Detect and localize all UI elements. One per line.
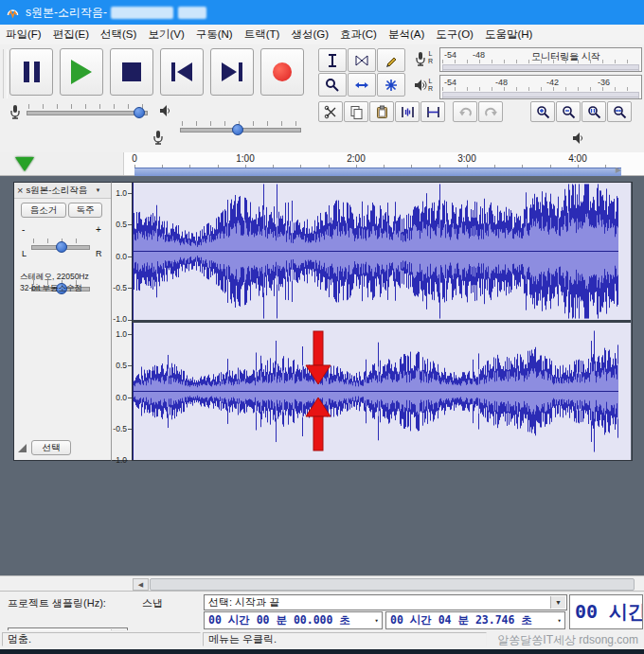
record-icon [273,62,292,81]
track-name[interactable]: s원본-소리작음 [26,185,94,197]
ibeam-icon [325,53,340,68]
redo-icon [484,105,498,119]
paste-button[interactable] [369,101,394,122]
menu-select[interactable]: 선택(S) [95,27,142,42]
track-close-icon[interactable]: × [17,185,23,196]
playback-meter-channel-labels: L R [428,78,433,93]
menu-analyze[interactable]: 분석(A) [383,27,430,42]
menu-transport[interactable]: 구동(N) [190,27,239,42]
silence-audio-button[interactable] [420,101,445,122]
menu-bar: 파일(F) 편집(E) 선택(S) 보기(V) 구동(N) 트랙(T) 생성(G… [0,25,644,45]
menu-help[interactable]: 도움말(H) [479,27,538,42]
track-menu-icon[interactable]: ▼ [95,187,100,193]
title-bar[interactable]: s원본-소리작음- [0,0,644,25]
waveform-channel-right[interactable] [133,323,631,460]
zoom-in-button[interactable] [530,101,555,122]
envelope-tool-button[interactable] [348,48,376,72]
copy-button[interactable] [344,101,368,122]
playback-meter-speaker-icon [414,79,427,92]
menu-file[interactable]: 파일(F) [0,27,47,42]
input-volume-slider[interactable] [25,102,150,119]
status-hint-text: 메뉴는 우클릭. [203,632,487,646]
track-collapse-icon[interactable] [18,444,27,452]
audio-position-time[interactable]: 00 시간 [569,594,643,629]
zoom-out-button[interactable] [556,101,581,122]
bottom-strip [0,649,644,654]
timeline-ruler[interactable]: 0 1:00 2:00 3:00 4:00 ▶ [123,152,644,175]
pan-left-label: L [22,249,27,258]
trim-audio-button[interactable] [395,101,420,122]
mixer-speaker-icon [159,104,172,117]
solo-button[interactable]: 독주 [68,203,102,218]
gain-slider[interactable] [29,237,92,254]
redo-button[interactable] [478,101,503,122]
stop-button[interactable] [110,48,153,96]
meter-bar-right [442,69,639,72]
gain-min-label: - [22,224,25,235]
time-format-dropdown-icon[interactable]: ▾ [371,617,382,625]
copy-icon [349,105,364,119]
envelope-icon [354,53,369,68]
timeshift-tool-button[interactable] [348,73,376,97]
track-area[interactable]: × s원본-소리작음 ▼ 음소거 독주 - + L R 스테레오, 22050H… [0,176,644,575]
output-volume-slider[interactable] [178,119,303,136]
stop-icon [122,62,141,81]
skip-to-start-button[interactable] [160,48,204,96]
pause-button[interactable] [9,48,53,96]
multi-tool-button[interactable] [377,73,405,97]
input-volume-thumb[interactable] [134,107,145,118]
snap-label: 스냅 [142,596,163,610]
horizontal-scroll-thumb[interactable] [150,578,635,591]
chevron-down-icon[interactable]: ▼ [550,596,565,609]
record-button[interactable] [260,48,304,96]
menu-generate[interactable]: 생성(G) [285,27,334,42]
selection-end-time[interactable]: 00 시간 04 분 23.746 초 ▾ [385,611,565,629]
time-format-dropdown-icon[interactable]: ▾ [554,617,564,625]
menu-tools[interactable]: 도구(O) [430,27,479,42]
menu-effect[interactable]: 효과(C) [334,27,383,42]
track-control-panel[interactable]: × s원본-소리작음 ▼ 음소거 독주 - + L R 스테레오, 22050H… [13,182,112,461]
timeline-scroll-arrow-icon[interactable]: ▶ [616,166,621,174]
undo-button[interactable] [453,101,477,122]
track-select-button[interactable]: 선택 [31,440,71,455]
horizontal-scrollbar[interactable]: ◀ [0,575,644,591]
selection-start-time[interactable]: 00 시간 00 분 00.000 초 ▾ [204,611,383,629]
vertical-scale-ruler[interactable]: 1.0 0.5 0.0 -0.5 -1.0 1.0 0.5 0.0 -0.5 -… [112,182,133,461]
silence-icon [426,105,440,119]
meter-scale-label: -36 [598,78,610,87]
zoom-fit-button[interactable] [607,101,632,122]
zoom-tool-button[interactable] [318,73,347,97]
waveform-channel-left[interactable] [133,183,631,320]
selection-mode-select[interactable]: 선택: 시작과 끝 ▼ [204,594,567,610]
project-rate-label: 프로젝트 샘플링(Hz): [8,596,106,610]
meter-ticks [442,87,639,91]
draw-tool-button[interactable] [377,48,405,72]
menu-edit[interactable]: 편집(E) [47,27,95,42]
gain-slider-thumb[interactable] [56,241,67,253]
cut-button[interactable] [318,101,343,122]
timeshift-icon [354,78,369,93]
mute-button[interactable]: 음소거 [21,203,66,218]
scroll-left-icon[interactable]: ◀ [133,578,149,591]
playback-meter[interactable]: -54 -48 -42 -36 [439,75,642,99]
zoom-selection-button[interactable] [581,101,606,122]
output-volume-thumb[interactable] [232,124,243,135]
waveform-view[interactable] [133,182,633,461]
toolbar-dock: L R -54 -48 모니터링을 시작 L R -54 -48 -42 -36 [0,44,644,152]
menu-tracks[interactable]: 트랙(T) [239,27,286,42]
timeline-selection-band[interactable] [134,168,621,176]
recording-meter[interactable]: -54 -48 모니터링을 시작 [439,47,642,72]
play-button[interactable] [60,48,103,96]
ruler-label: 0 [120,153,149,164]
ruler-label: 4:00 [564,153,592,164]
track-header[interactable]: × s원본-소리작음 ▼ [14,183,111,199]
selection-tool-button[interactable] [318,48,347,72]
toolbar-grip[interactable] [3,49,8,98]
timeline[interactable]: 0 1:00 2:00 3:00 4:00 ▶ [0,152,644,176]
meter-scale-label: -54 [444,78,456,87]
skip-to-end-button[interactable] [210,48,254,96]
menu-view[interactable]: 보기(V) [142,27,189,42]
trim-icon [401,105,415,119]
pinned-play-head-icon[interactable] [15,157,34,171]
audacity-window: s원본-소리작음- 파일(F) 편집(E) 선택(S) 보기(V) 구동(N) … [0,0,644,654]
